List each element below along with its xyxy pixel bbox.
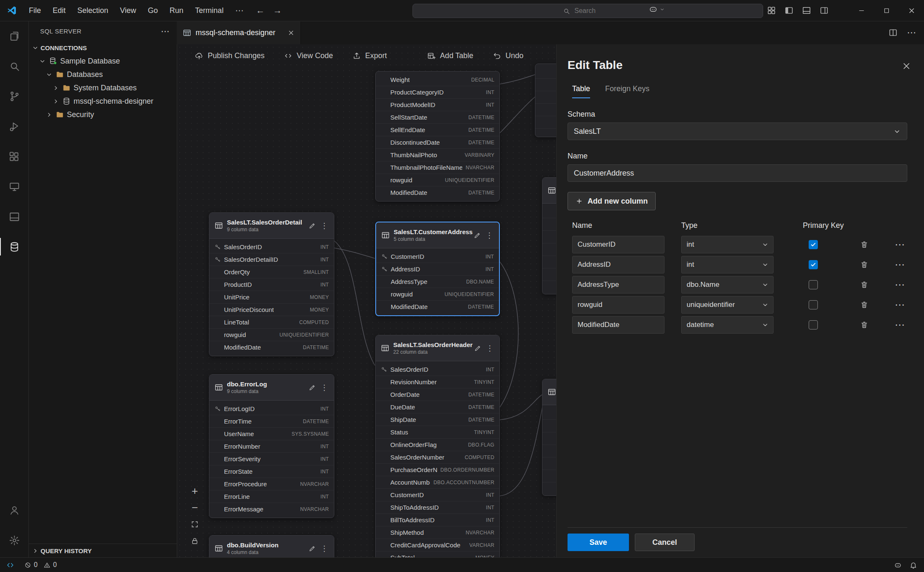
- menu-terminal[interactable]: Terminal: [190, 4, 229, 17]
- delete-column-button[interactable]: [857, 318, 871, 332]
- primary-key-checkbox[interactable]: [809, 320, 818, 329]
- menu-edit[interactable]: Edit: [47, 4, 71, 17]
- editor-more-actions-button[interactable]: ⋯: [907, 27, 916, 38]
- connections-section-header[interactable]: CONNECTIONS: [28, 41, 177, 54]
- tree-item-mssql-schema-designer[interactable]: mssql-schema-designer: [28, 94, 177, 108]
- zoom-out-button[interactable]: −: [188, 501, 201, 514]
- edit-table-icon[interactable]: [473, 232, 481, 239]
- activity-search-button[interactable]: [0, 51, 28, 81]
- activity-extensions-button[interactable]: [0, 141, 28, 171]
- table-more-actions-icon[interactable]: ⋮: [485, 231, 494, 240]
- delete-column-button[interactable]: [857, 278, 871, 292]
- copilot-status-icon[interactable]: [894, 561, 902, 569]
- tab-mssql-schema-designer[interactable]: mssql-schema-designer: [177, 21, 301, 44]
- tree-item-sample-database[interactable]: Sample Database: [28, 54, 177, 68]
- column-type-dropdown[interactable]: datetime: [681, 316, 774, 334]
- edit-table-icon[interactable]: [474, 345, 481, 352]
- cancel-button[interactable]: Cancel: [635, 534, 695, 551]
- column-type-dropdown[interactable]: int: [681, 236, 774, 253]
- activity-source-control-button[interactable]: [0, 81, 28, 111]
- tree-item-security[interactable]: Security: [28, 108, 177, 121]
- column-more-actions-button[interactable]: ⋯: [895, 279, 911, 291]
- primary-key-checkbox[interactable]: [809, 240, 818, 249]
- sidebar-more-actions-button[interactable]: ⋯: [161, 26, 170, 36]
- copilot-menu-button[interactable]: [649, 5, 665, 14]
- search-input[interactable]: [574, 7, 613, 15]
- edit-table-icon[interactable]: [308, 545, 316, 552]
- zoom-in-button[interactable]: +: [188, 485, 201, 497]
- delete-column-button[interactable]: [857, 237, 871, 252]
- column-type-dropdown[interactable]: int: [681, 256, 774, 273]
- table-card-build-version[interactable]: dbo.BuildVersion4 column data⋮: [209, 535, 334, 558]
- schema-dropdown[interactable]: SalesLT: [568, 123, 907, 140]
- view-code-button[interactable]: View Code: [279, 48, 338, 64]
- tab-close-icon[interactable]: [288, 29, 295, 36]
- panel-close-button[interactable]: [901, 61, 911, 71]
- menu-view[interactable]: View: [115, 4, 142, 17]
- table-card-product[interactable]: WeightDECIMALProductCategoryIDINTProduct…: [375, 71, 500, 202]
- customize-layout-icon[interactable]: [767, 6, 776, 15]
- command-center-search[interactable]: [412, 4, 763, 18]
- close-window-button[interactable]: [899, 0, 924, 21]
- table-name-input[interactable]: [568, 164, 907, 182]
- activity-account-button[interactable]: [0, 495, 28, 525]
- activity-settings-button[interactable]: [0, 525, 28, 555]
- nav-back-button[interactable]: ←: [253, 0, 268, 21]
- column-more-actions-button[interactable]: ⋯: [895, 259, 911, 271]
- minimize-button[interactable]: [849, 0, 874, 21]
- column-name-input[interactable]: [572, 236, 664, 253]
- column-more-actions-button[interactable]: ⋯: [895, 239, 911, 250]
- column-name-input[interactable]: [572, 316, 664, 334]
- lock-canvas-button[interactable]: [188, 535, 201, 547]
- edit-table-icon[interactable]: [308, 384, 316, 391]
- toggle-panel-icon[interactable]: [802, 6, 811, 15]
- menu-file[interactable]: File: [23, 4, 46, 17]
- column-type-dropdown[interactable]: uniqueidentifier: [681, 296, 774, 314]
- activity-panel-layout-button[interactable]: [0, 202, 28, 232]
- primary-key-checkbox[interactable]: [809, 260, 818, 269]
- table-more-actions-icon[interactable]: ⋮: [320, 383, 329, 392]
- table-card-sales-order-header[interactable]: SalesLT.SalesOrderHeader22 column data⋮S…: [375, 335, 500, 558]
- menu-run[interactable]: Run: [164, 4, 189, 17]
- add-table-button[interactable]: Add Table: [422, 48, 479, 64]
- table-card-sales-order-detail[interactable]: SalesLT.SalesOrderDetail9 column data⋮Sa…: [209, 212, 334, 356]
- tree-item-system-databases[interactable]: System Databases: [28, 81, 177, 94]
- menu-more-button[interactable]: ⋯: [230, 3, 249, 18]
- table-more-actions-icon[interactable]: ⋮: [485, 344, 494, 353]
- column-name-input[interactable]: [572, 256, 664, 273]
- problems-button[interactable]: 0 0: [20, 561, 64, 569]
- delete-column-button[interactable]: [857, 298, 871, 312]
- undo-button[interactable]: Undo: [488, 48, 529, 64]
- tree-item-databases[interactable]: Databases: [28, 68, 177, 81]
- table-more-actions-icon[interactable]: ⋮: [320, 544, 329, 553]
- toggle-sidebar-left-icon[interactable]: [784, 6, 794, 15]
- zoom-fit-button[interactable]: [188, 518, 201, 531]
- column-name-input[interactable]: [572, 276, 664, 294]
- table-card-error-log[interactable]: dbo.ErrorLog9 column data⋮ErrorLogIDINTE…: [209, 374, 334, 518]
- delete-column-button[interactable]: [857, 258, 871, 272]
- table-more-actions-icon[interactable]: ⋮: [320, 221, 329, 230]
- remote-indicator-button[interactable]: [0, 558, 20, 572]
- add-new-column-button[interactable]: Add new column: [568, 192, 656, 210]
- query-history-section-header[interactable]: QUERY HISTORY: [28, 544, 177, 558]
- save-button[interactable]: Save: [568, 534, 629, 551]
- tab-foreign-keys[interactable]: Foreign Keys: [605, 84, 649, 98]
- table-card-customer-address[interactable]: SalesLT.CustomerAddress5 column data⋮Cus…: [375, 222, 500, 316]
- activity-run-debug-button[interactable]: [0, 111, 28, 141]
- notifications-bell-icon[interactable]: [909, 561, 917, 569]
- split-editor-icon[interactable]: [888, 28, 898, 37]
- activity-database-button[interactable]: [0, 232, 28, 262]
- toggle-sidebar-right-icon[interactable]: [820, 6, 829, 15]
- edit-table-icon[interactable]: [308, 222, 316, 230]
- column-more-actions-button[interactable]: ⋯: [895, 299, 911, 311]
- menu-selection[interactable]: Selection: [72, 4, 114, 17]
- menu-go[interactable]: Go: [143, 4, 163, 17]
- tab-table[interactable]: Table: [572, 84, 590, 98]
- nav-forward-button[interactable]: →: [270, 0, 285, 21]
- publish-button[interactable]: Publish Changes: [190, 48, 270, 64]
- activity-remote-explorer-button[interactable]: [0, 171, 28, 202]
- maximize-button[interactable]: [874, 0, 899, 21]
- column-name-input[interactable]: [572, 296, 664, 314]
- primary-key-checkbox[interactable]: [809, 280, 818, 289]
- column-type-dropdown[interactable]: dbo.Name: [681, 276, 774, 294]
